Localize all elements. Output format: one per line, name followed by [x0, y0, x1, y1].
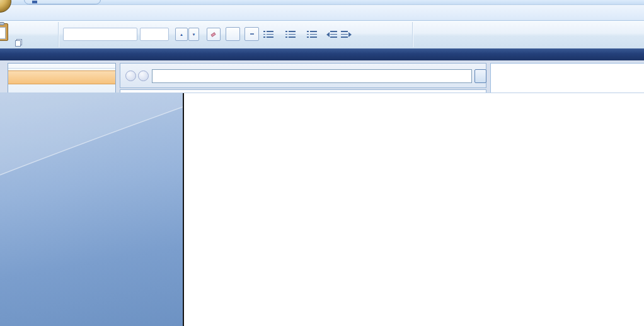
ribbon-tab-row	[0, 5, 644, 21]
ribbon: ▲ ▼	[0, 21, 644, 48]
multilevel-list-icon	[307, 31, 309, 38]
dialog-title-bar	[0, 48, 644, 60]
desktop-background	[0, 93, 183, 326]
group-separator	[412, 22, 413, 47]
show-marks-button[interactable]	[396, 28, 410, 41]
copy-icon	[15, 40, 21, 47]
preview-title	[491, 64, 644, 67]
category-blank-recent[interactable]	[8, 70, 115, 84]
copy-button[interactable]	[15, 40, 23, 47]
multilevel-list-button[interactable]	[302, 28, 321, 41]
grow-font-button[interactable]: ▲	[175, 28, 188, 41]
numbering-icon	[285, 31, 287, 38]
clear-formatting-button[interactable]	[207, 28, 221, 41]
group-separator	[58, 22, 59, 47]
title-bar	[0, 0, 644, 5]
calligraphy-grid	[184, 93, 644, 326]
bullets-icon	[263, 31, 265, 38]
templates-header	[8, 64, 115, 69]
preview-panel	[490, 63, 644, 93]
increase-indent-icon	[341, 31, 348, 38]
template-search-input[interactable]	[152, 69, 472, 83]
bullets-button[interactable]	[258, 28, 279, 41]
window-title-fragment	[386, 0, 468, 2]
asian-layout-button[interactable]	[355, 28, 374, 41]
numbering-button[interactable]	[280, 28, 301, 41]
back-button[interactable]	[125, 70, 136, 81]
character-border-icon	[250, 33, 254, 35]
shrink-font-button[interactable]: ▼	[188, 28, 199, 41]
forward-button[interactable]	[138, 70, 149, 81]
search-panel	[120, 63, 486, 88]
save-icon[interactable]	[32, 1, 37, 4]
word-window: ▲ ▼	[0, 0, 644, 326]
font-name-combo[interactable]	[63, 28, 137, 41]
clipboard-icon	[0, 22, 4, 25]
paste-button[interactable]	[0, 23, 8, 41]
sort-button[interactable]	[379, 28, 392, 41]
document-page	[184, 93, 644, 326]
search-go-button[interactable]	[474, 69, 486, 83]
character-border-button[interactable]	[244, 27, 259, 41]
phonetic-guide-button[interactable]	[226, 27, 240, 41]
desktop-swoosh	[0, 93, 183, 326]
quick-access-toolbar	[24, 0, 101, 4]
clipboard-paper-icon	[0, 27, 6, 39]
decrease-indent-button[interactable]	[325, 28, 338, 41]
font-size-combo[interactable]	[140, 28, 169, 41]
templates-panel	[8, 63, 116, 93]
increase-indent-button[interactable]	[340, 28, 353, 41]
new-document-dialog	[0, 60, 644, 93]
decrease-indent-icon	[326, 32, 330, 37]
